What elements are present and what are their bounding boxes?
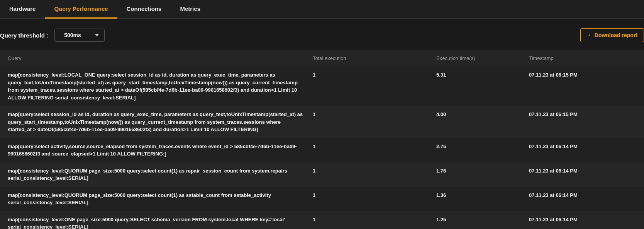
cell-total-execution: 1: [313, 111, 436, 133]
download-icon: [587, 33, 591, 38]
table-row: map[consistency_level:QUORUM page_size:5…: [0, 162, 644, 187]
cell-timestamp: 07.11.23 at 06:15 PM: [529, 111, 636, 133]
cell-timestamp: 07.11.23 at 06:15 PM: [529, 71, 636, 101]
cell-query: map[consistency_level:QUORUM page_size:5…: [8, 167, 313, 182]
tab-connections[interactable]: Connections: [117, 0, 171, 19]
table-row: map[query:select activity,source,source_…: [0, 138, 644, 162]
table-row: map[consistency_level:LOCAL_ONE query:se…: [0, 67, 644, 106]
cell-execution-time: 1.76: [436, 167, 529, 182]
cell-query: map[consistency_level:LOCAL_ONE query:se…: [8, 71, 313, 101]
chevron-down-icon: [95, 34, 99, 36]
cell-query: map[consistency_level:ONE page_size:5000…: [8, 216, 313, 229]
cell-total-execution: 1: [313, 191, 436, 207]
cell-query: map[query:select activity,source,source_…: [8, 143, 313, 158]
download-button-label: Download report: [595, 32, 637, 38]
table-header: Query Total execution Execution time(s) …: [0, 50, 644, 67]
header-query: Query: [8, 55, 313, 61]
cell-timestamp: 07.11.23 at 06:14 PM: [529, 191, 636, 207]
cell-timestamp: 07.11.23 at 06:14 PM: [529, 167, 636, 182]
threshold-value: 500ms: [64, 32, 81, 38]
download-report-button[interactable]: Download report: [580, 28, 644, 42]
controls-row: Query threshold : 500ms Download report: [0, 19, 644, 50]
cell-execution-time: 2.75: [436, 143, 529, 158]
header-total-execution: Total execution: [313, 55, 436, 61]
table-row: map[consistency_level:QUORUM page_size:5…: [0, 187, 644, 211]
cell-total-execution: 1: [313, 71, 436, 101]
cell-total-execution: 1: [313, 143, 436, 158]
cell-timestamp: 07.11.23 at 06:14 PM: [529, 143, 636, 158]
cell-query: map[consistency_level:QUORUM page_size:5…: [8, 191, 313, 207]
table-body: map[consistency_level:LOCAL_ONE query:se…: [0, 67, 644, 229]
cell-execution-time: 5.31: [436, 71, 529, 101]
header-timestamp: Timestamp: [529, 55, 636, 61]
cell-timestamp: 07.11.23 at 06:14 PM: [529, 216, 636, 229]
query-table: Query Total execution Execution time(s) …: [0, 50, 644, 229]
table-row: map[query:select session_id as id, durat…: [0, 106, 644, 138]
cell-execution-time: 1.36: [436, 191, 529, 207]
tabs-bar: Hardware Query Performance Connections M…: [0, 0, 644, 19]
table-row: map[consistency_level:ONE page_size:5000…: [0, 211, 644, 229]
header-execution-time: Execution time(s): [436, 55, 529, 61]
tab-query-performance[interactable]: Query Performance: [45, 0, 117, 19]
cell-total-execution: 1: [313, 216, 436, 229]
cell-execution-time: 4.00: [436, 111, 529, 133]
tab-hardware[interactable]: Hardware: [0, 0, 45, 19]
tab-metrics[interactable]: Metrics: [171, 0, 210, 19]
threshold-select[interactable]: 500ms: [54, 29, 105, 42]
cell-total-execution: 1: [313, 167, 436, 182]
threshold-label: Query threshold :: [0, 32, 48, 39]
cell-query: map[query:select session_id as id, durat…: [8, 111, 313, 133]
threshold-group: Query threshold : 500ms: [0, 29, 105, 42]
cell-execution-time: 1.25: [436, 216, 529, 229]
